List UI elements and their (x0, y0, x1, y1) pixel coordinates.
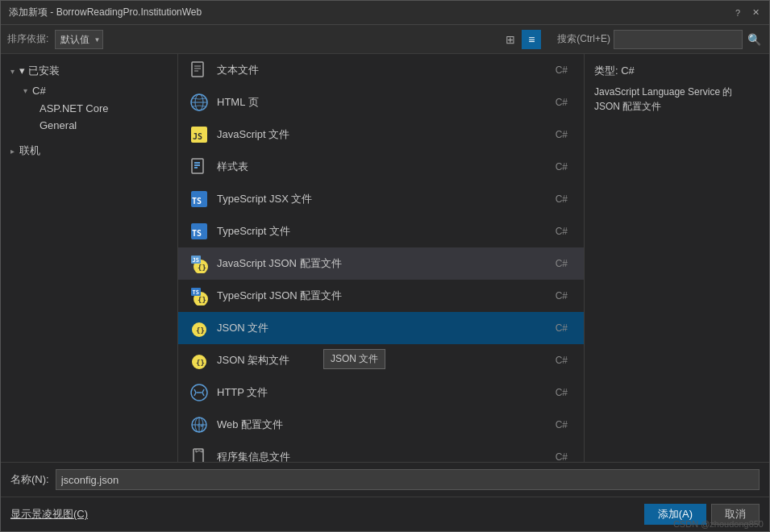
titlebar: 添加新项 - BorrowReadingPro.InstitutionWeb ?… (1, 1, 769, 25)
list-item[interactable]: {} TS TypeScript JSON 配置文件 C# (178, 280, 584, 312)
file-type: C# (556, 129, 568, 140)
file-name: Web 配置文件 (217, 418, 556, 432)
file-type: C# (556, 193, 568, 205)
css-file-icon (188, 156, 210, 178)
main-content: ▾ ▾ 已安装 ▾ C# ASP.NET Core General (1, 54, 769, 462)
csharp-header[interactable]: ▾ C# (20, 81, 171, 100)
file-type: C# (556, 419, 568, 430)
list-item[interactable]: {} JS JavaScript JSON 配置文件 C# (178, 247, 584, 280)
file-type: C# (556, 355, 568, 366)
file-name: JavaScript 文件 (217, 127, 556, 142)
file-name: JSON 文件 (217, 321, 556, 335)
file-type: C# (556, 290, 568, 301)
file-type: C# (556, 258, 568, 269)
file-type: C# (556, 64, 568, 76)
list-item[interactable]: JS JavaScript 文件 C# (178, 118, 584, 151)
svg-text:TS: TS (192, 197, 202, 206)
file-type: C# (556, 97, 568, 108)
json-file-icon: {} (188, 317, 210, 339)
search-input[interactable] (614, 30, 743, 49)
file-name: HTTP 文件 (217, 385, 556, 400)
grid-view-button[interactable]: ⊞ (501, 30, 520, 49)
name-label: 名称(N): (10, 472, 49, 487)
file-name: 程序集信息文件 (217, 450, 556, 462)
file-name: JSON 架构文件 (217, 353, 556, 368)
installed-section: ▾ ▾ 已安装 ▾ C# ASP.NET Core General (1, 60, 177, 161)
js-file-icon: JS (188, 123, 210, 146)
view-scene-button[interactable]: 显示景凌视图(C) (10, 507, 88, 522)
file-list: 文本文件 C# HTML 页 C# (178, 54, 584, 462)
list-item[interactable]: 样式表 C# (178, 151, 584, 183)
http-file-icon (188, 381, 210, 404)
tsx-file-icon: TS (188, 188, 210, 210)
left-panel: ▾ ▾ 已安装 ▾ C# ASP.NET Core General (1, 54, 178, 462)
list-item[interactable]: TS TypeScript 文件 C# (178, 215, 584, 247)
svg-text:JS: JS (193, 132, 202, 141)
svg-text:{}: {} (198, 296, 206, 304)
list-item[interactable]: TS TypeScript JSX 文件 C# (178, 183, 584, 215)
name-input[interactable] (56, 469, 760, 490)
middle-panel: 文本文件 C# HTML 页 C# (178, 54, 584, 462)
general-label: General (40, 119, 77, 131)
sort-select-wrapper: 默认值 名称 类型 (55, 30, 103, 49)
svg-text:{}: {} (196, 359, 205, 367)
file-type: C# (556, 387, 568, 398)
json-ts-config-icon: {} TS (188, 285, 210, 307)
html-file-icon (188, 91, 210, 114)
detail-type: 类型: C# (594, 64, 760, 78)
list-view-button[interactable]: ≡ (522, 30, 541, 49)
name-bar: 名称(N): (1, 462, 769, 497)
list-item[interactable]: HTTP 文件 C# (178, 376, 584, 409)
svg-text:{}: {} (196, 326, 205, 335)
file-name: 样式表 (217, 160, 556, 174)
remote-label: 联机 (19, 143, 40, 158)
installed-label: ▾ 已安装 (19, 64, 60, 78)
remote-header[interactable]: ▸ 联机 (7, 140, 171, 161)
toolbar: 排序依据: 默认值 名称 类型 ⊞ ≡ 搜索(Ctrl+E) 🔍 (1, 25, 769, 54)
file-type: C# (556, 161, 568, 172)
list-item[interactable]: 程序集信息文件 C# (178, 441, 584, 462)
svg-text:{}: {} (198, 264, 206, 272)
file-type: C# (556, 451, 568, 462)
help-button[interactable]: ? (732, 7, 743, 19)
list-item[interactable]: C# Web 配置文件 C# (178, 409, 584, 441)
remote-arrow: ▸ (10, 147, 15, 156)
list-item[interactable]: {} JSON 架构文件 JSON 文件 C# (178, 344, 584, 376)
file-name: 文本文件 (217, 63, 556, 77)
aspnet-label: ASP.NET Core (40, 102, 109, 114)
file-type: C# (556, 226, 568, 237)
bottom-wrapper: 名称(N): 显示景凌视图(C) 添加(A) 取消 (1, 462, 769, 531)
sort-select[interactable]: 默认值 名称 类型 (55, 30, 103, 49)
app-manifest-icon (188, 446, 210, 462)
watermark: CSDN @zhoudong850 (673, 519, 764, 529)
csharp-label: C# (32, 85, 46, 97)
web-config-icon: C# (188, 414, 210, 436)
svg-rect-0 (192, 62, 203, 77)
file-name: TypeScript 文件 (217, 224, 556, 239)
main-window: 添加新项 - BorrowReadingPro.InstitutionWeb ?… (0, 0, 770, 532)
csharp-children: ASP.NET Core General (20, 100, 171, 134)
sort-label: 排序依据: (7, 32, 48, 46)
installed-arrow: ▾ (10, 67, 15, 76)
svg-text:TS: TS (193, 289, 199, 296)
list-item[interactable]: 文本文件 C# (178, 54, 584, 86)
list-item[interactable]: HTML 页 C# (178, 86, 584, 118)
search-button[interactable]: 🔍 (746, 31, 763, 48)
aspnet-item[interactable]: ASP.NET Core (33, 100, 171, 117)
installed-header[interactable]: ▾ ▾ 已安装 (7, 60, 171, 81)
installed-children: ▾ C# ASP.NET Core General (7, 81, 171, 134)
file-name: JavaScript JSON 配置文件 (217, 256, 556, 271)
json-schema-icon: {} (188, 349, 210, 372)
ts-file-icon: TS (188, 220, 210, 243)
list-item[interactable]: {} JSON 文件 C# (178, 312, 584, 344)
json-js-config-icon: {} JS (188, 252, 210, 275)
bottom-actions: 显示景凌视图(C) 添加(A) 取消 (1, 497, 769, 531)
file-type: C# (556, 322, 568, 334)
window-title: 添加新项 - BorrowReadingPro.InstitutionWeb (9, 6, 202, 19)
general-item[interactable]: General (33, 117, 171, 134)
remote-section: ▸ 联机 (7, 140, 171, 161)
file-name: HTML 页 (217, 95, 556, 110)
svg-text:JS: JS (193, 257, 199, 264)
close-button[interactable]: ✕ (750, 7, 761, 19)
svg-text:C#: C# (198, 422, 204, 428)
